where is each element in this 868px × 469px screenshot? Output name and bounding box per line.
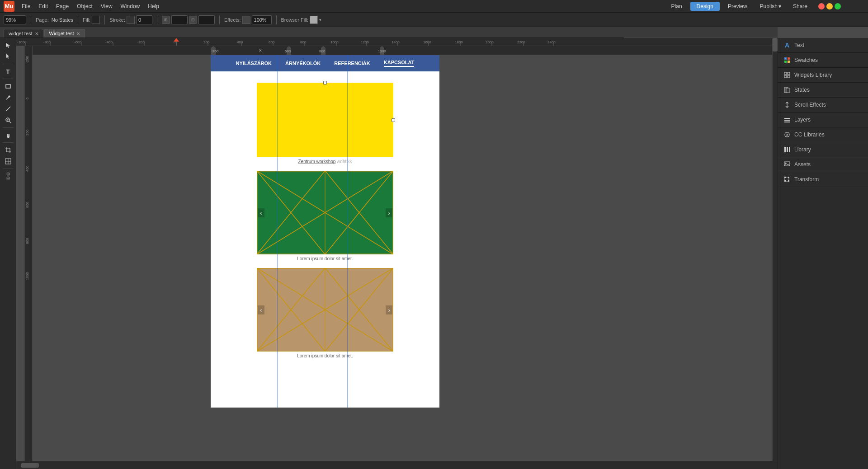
swatches-icon [783, 56, 791, 64]
tool-text[interactable]: T [1, 66, 15, 77]
nav-publish[interactable]: Publish ▾ [755, 2, 786, 11]
menu-edit[interactable]: Edit [35, 2, 52, 10]
window-controls [818, 3, 841, 9]
panel-scroll-effects[interactable]: Scroll Effects [778, 98, 868, 113]
svg-rect-22 [784, 120, 790, 121]
widget3-prev-button[interactable]: ‹ [258, 305, 264, 314]
svg-text:200: 200 [25, 129, 29, 136]
tab-widget-test[interactable]: widget test ✕ [4, 29, 43, 38]
tool-line[interactable] [1, 103, 15, 114]
widget2-prev-button[interactable]: ‹ [258, 208, 264, 217]
nav-link-nyilaszarok[interactable]: NYILÁSZÁROK [236, 61, 272, 66]
app-logo: Mu [4, 1, 14, 12]
page-label: Page: [36, 17, 49, 23]
panel-swatches[interactable]: Swatches [778, 53, 868, 68]
svg-text:400: 400 [25, 165, 29, 172]
panel-assets[interactable]: Assets [778, 157, 868, 172]
page-value: No States [52, 17, 73, 23]
tab-bar: widget test ✕ Widget test ✕ [0, 27, 624, 38]
text-icon: A [783, 42, 791, 49]
resize-icon-1[interactable]: ⊞ [162, 16, 170, 24]
zoom-group [4, 15, 26, 24]
stroke-group: Stroke: [109, 15, 152, 24]
svg-text:0: 0 [25, 97, 29, 99]
stroke-input[interactable] [136, 15, 152, 24]
resize-input2[interactable] [198, 15, 215, 24]
minimize-button[interactable] [826, 3, 833, 9]
nav-share[interactable]: Share [788, 2, 813, 11]
svg-text:-200: -200 [25, 56, 29, 63]
svg-text:1600: 1600 [423, 40, 431, 44]
right-panel: A Text Swatches Widgets Library States S… [778, 38, 868, 469]
sep1 [31, 15, 31, 24]
panel-widgets-library-label: Widgets Library [794, 72, 832, 78]
tool-select[interactable] [1, 40, 15, 51]
resize-input[interactable] [171, 15, 188, 24]
transform-icon [783, 176, 791, 183]
nav-preview[interactable]: Preview [722, 2, 754, 11]
tool-widgets[interactable]: ⊞⊞ [1, 171, 15, 182]
tool-slice[interactable] [1, 156, 15, 167]
tool-pointer[interactable] [1, 51, 15, 62]
svg-rect-27 [784, 162, 790, 166]
effects-input[interactable] [252, 15, 272, 24]
panel-transform[interactable]: Transform [778, 172, 868, 187]
menu-help[interactable]: Help [144, 2, 163, 10]
right-scrollbar[interactable] [772, 38, 778, 461]
panel-text[interactable]: A Text [778, 38, 868, 53]
tool-zoom[interactable] [1, 115, 15, 126]
tab-widget-test-active[interactable]: Widget test ✕ [44, 29, 85, 38]
stroke-label: Stroke: [109, 17, 125, 23]
tool-crop[interactable] [1, 145, 15, 155]
tool-pen[interactable] [1, 92, 15, 103]
nav-link-arnyekolok[interactable]: ÁRNYÉKOLÓK [285, 61, 321, 66]
tool-rectangle[interactable] [1, 81, 15, 92]
effects-swatch[interactable] [242, 16, 250, 24]
panel-layers[interactable]: Layers [778, 113, 868, 127]
menu-items: File Edit Page Object View Window Help [18, 2, 163, 10]
panel-widgets-library[interactable]: Widgets Library [778, 68, 868, 83]
tool-sep2 [3, 79, 14, 79]
menu-page[interactable]: Page [52, 2, 72, 10]
svg-text:-600: -600 [74, 40, 82, 44]
tab-close-icon[interactable]: ✕ [35, 31, 38, 36]
stroke-swatch[interactable] [127, 16, 135, 24]
scrollbar-thumb[interactable] [773, 38, 778, 52]
panel-library[interactable]: Library [778, 142, 868, 157]
sep6 [276, 15, 277, 24]
browser-fill-swatch[interactable] [310, 16, 318, 24]
svg-text:2200: 2200 [517, 40, 525, 44]
layers-icon [783, 116, 791, 123]
panel-states[interactable]: States [778, 83, 868, 98]
menu-object[interactable]: Object [73, 2, 96, 10]
tool-hand[interactable] [1, 130, 15, 141]
nav-plan[interactable]: Plan [665, 2, 689, 11]
maximize-button[interactable] [835, 3, 841, 9]
panel-cc-libraries[interactable]: CC Libraries [778, 127, 868, 142]
nav-design[interactable]: Design [690, 2, 720, 11]
ruler-left: -200 0 200 400 600 800 1000 [24, 46, 33, 461]
panel-text-label: Text [794, 42, 804, 48]
widget3-next-button[interactable]: › [386, 305, 392, 314]
effects-label: Effects: [224, 17, 241, 23]
fill-swatch[interactable] [92, 16, 100, 24]
nav-link-referenciak[interactable]: REFERENCIÁK [334, 61, 370, 66]
menu-file[interactable]: File [18, 2, 34, 10]
menu-view[interactable]: View [97, 2, 116, 10]
zoom-input[interactable] [4, 15, 26, 24]
resize-icon-2[interactable]: ⊟ [189, 16, 197, 24]
h-scrollbar-thumb[interactable] [21, 463, 39, 468]
panel-cc-libraries-label: CC Libraries [794, 131, 825, 138]
svg-text:600: 600 [269, 40, 275, 44]
tab-close-icon-active[interactable]: ✕ [76, 31, 80, 36]
handle-top-center[interactable] [323, 81, 327, 84]
close-button[interactable] [818, 3, 825, 9]
browser-fill-group: Browser Fill: ▾ [281, 16, 322, 24]
handle-right-center[interactable] [392, 118, 395, 122]
nav-link-kapcsolat[interactable]: KAPCSOLAT [384, 60, 415, 67]
menu-window[interactable]: Window [117, 2, 144, 10]
canvas-area[interactable]: -200 0 200 400 600 800 1000 xx ✕ 360 500 [24, 46, 778, 461]
panel-states-label: States [794, 87, 810, 93]
svg-text:2400: 2400 [547, 40, 556, 44]
widget2-next-button[interactable]: › [386, 208, 392, 217]
